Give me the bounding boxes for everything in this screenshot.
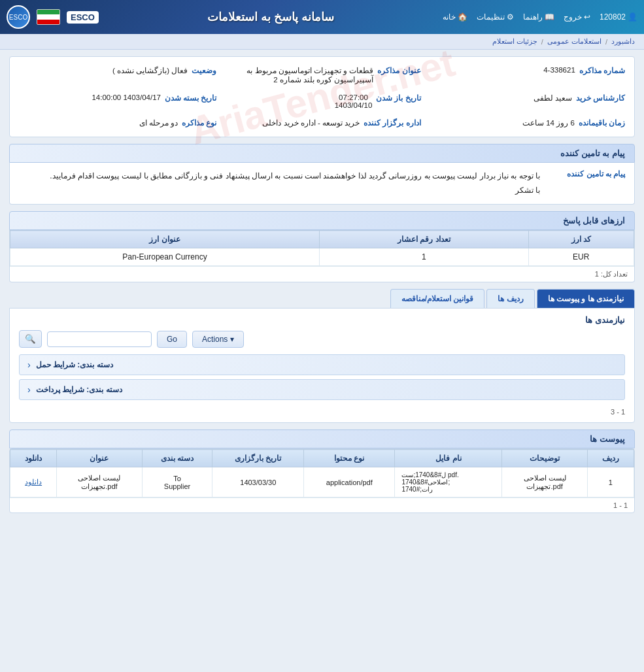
payment-chevron-icon: ‹	[27, 384, 31, 395]
exit-icon: ↩	[584, 12, 590, 22]
open-date-value: 07:27:00 1403/04/10	[335, 93, 373, 109]
message-inner: پیام به تامین کننده با توجه به نیاز بردا…	[10, 163, 634, 204]
settings-icon: ⚙	[507, 12, 514, 22]
chevron-down-icon: ▾	[230, 335, 234, 344]
settings-nav[interactable]: ⚙ تنظیمات	[477, 12, 514, 22]
currency-code: EUR	[528, 248, 634, 266]
breadcrumb-sep-2: /	[541, 38, 543, 46]
currencies-section-wrap: ارزهای قابل پاسخ کد ارز تعداد رقم اعشار …	[9, 211, 635, 282]
col-filename: نام فایل	[395, 450, 502, 467]
go-button[interactable]: Go	[157, 331, 187, 348]
company-logo: ESCO	[67, 11, 99, 24]
currencies-total: تعداد کل: 1	[10, 266, 634, 282]
attachments-total: 1 - 1	[10, 497, 634, 512]
attachments-section-title: پیوست ها	[9, 429, 635, 448]
negotiation-type-row: نوع مذاکره دو مرحله ای	[19, 116, 216, 130]
negotiation-title-value: قطعات و تجهیزات اتوماسیون مربوط به آسپیر…	[223, 66, 373, 84]
payment-conditions-group[interactable]: دسته بندی: شرایط پرداخت ‹	[19, 379, 625, 400]
close-date-row: تاریخ بسته شدن 1403/04/17 14:00:00	[19, 91, 216, 112]
status-label: وضعیت	[192, 66, 216, 75]
negotiation-number-label: شماره مذاکره	[579, 66, 625, 75]
breadcrumb-item-dashboard[interactable]: داشبورد	[611, 37, 635, 46]
negotiation-title-label: عنوان مذاکره	[377, 66, 420, 75]
info-grid: شماره مذاکره 4-338621 عنوان مذاکره قطعات…	[19, 63, 625, 130]
attachment-category: ToSupplier	[142, 467, 212, 497]
needs-section: نیازمندی ها ▾ Actions Go 🔍 دسته بندی: شر…	[9, 308, 635, 423]
user-info: 👤 120802	[600, 12, 637, 22]
organizer-row: اداره برگزار کننده خرید توسعه - اداره خر…	[223, 116, 420, 130]
currencies-table: کد ارز تعداد رقم اعشار عنوان ارز EUR 1 P…	[10, 230, 634, 266]
time-remaining-value: 6 روز 14 ساعت	[522, 118, 575, 127]
header-navigation: 👤 120802 ↩ خروج 📖 راهنما ⚙ تنظیمات 🏠 خان…	[443, 12, 637, 22]
download-link[interactable]: دانلود	[25, 478, 42, 486]
header: 👤 120802 ↩ خروج 📖 راهنما ⚙ تنظیمات 🏠 خان…	[0, 0, 644, 34]
attachment-content-type: application/pdf	[304, 467, 395, 497]
currency-title: Pan-European Currency	[10, 248, 320, 266]
needs-toolbar: ▾ Actions Go 🔍	[19, 330, 625, 348]
shipping-chevron-icon: ‹	[27, 360, 31, 370]
actions-button[interactable]: ▾ Actions	[192, 331, 244, 348]
tab-rows[interactable]: ردیف ها	[486, 289, 534, 308]
search-button[interactable]: 🔍	[19, 330, 42, 348]
search-icon: 🔍	[25, 334, 36, 344]
breadcrumb-item-details[interactable]: جزئیات استعلام	[492, 37, 537, 46]
negotiation-title-row: عنوان مذاکره قطعات و تجهیزات اتوماسیون م…	[223, 63, 420, 87]
negotiation-number-row: شماره مذاکره 4-338621	[428, 63, 625, 87]
time-remaining-label: زمان باقیمانده	[579, 118, 625, 127]
currency-decimals: 1	[319, 248, 528, 266]
tab-needs-attachments[interactable]: نیازمندی ها و پیوست ها	[537, 289, 635, 308]
close-date-value: 1403/04/17 14:00:00	[92, 93, 161, 101]
needs-pagination: 1 - 3	[19, 404, 625, 416]
attachment-description: لیست اصلاحیpdf.تجهیزات	[502, 467, 587, 497]
flag-icon	[37, 9, 60, 25]
message-label: پیام به تامین کننده	[547, 169, 625, 197]
col-upload-date: تاریخ بارگزاری	[212, 450, 304, 467]
shipping-conditions-group[interactable]: دسته بندی: شرایط حمل ‹	[19, 354, 625, 375]
header-brand: سامانه پاسخ به استعلامات	[207, 10, 334, 24]
currencies-section-title: ارزهای قابل پاسخ	[9, 211, 635, 230]
close-date-label: تاریخ بسته شدن	[165, 93, 216, 103]
open-date-label: تاریخ باز شدن	[376, 93, 420, 103]
breadcrumb-item-inquiries[interactable]: استعلامات عمومی	[547, 37, 602, 46]
company-emblem: ESCO	[7, 5, 30, 29]
attachments-section-wrap: پیوست ها ردیف توضیحات نام فایل نوع محتوا…	[9, 429, 635, 513]
purchase-expert-value: سعید لطفی	[534, 93, 572, 103]
user-icon: 👤	[628, 12, 637, 22]
tabs-row: نیازمندی ها و پیوست ها ردیف ها قوانین اس…	[9, 289, 635, 308]
message-card: پیام به تامین کننده با توجه به نیاز بردا…	[9, 163, 635, 205]
breadcrumb: داشبورد / استعلامات عمومی / جزئیات استعل…	[0, 34, 644, 50]
attachments-table-header: ردیف توضیحات نام فایل نوع محتوا تاریخ با…	[10, 450, 634, 467]
negotiation-type-label: نوع مذاکره	[182, 118, 216, 127]
col-download: دانلود	[10, 450, 57, 467]
negotiation-info-card: AriaTender.net شماره مذاکره 4-338621 عنو…	[9, 56, 635, 137]
col-row-num: ردیف	[587, 450, 634, 467]
currencies-table-card: کد ارز تعداد رقم اعشار عنوان ارز EUR 1 P…	[9, 230, 635, 282]
col-category: دسته بندی	[142, 450, 212, 467]
col-currency-title: عنوان ارز	[10, 231, 320, 248]
shipping-conditions-label: دسته بندی: شرایط حمل	[36, 360, 113, 369]
message-text: با توجه به نیاز بردار لیست پیوست به روزر…	[50, 169, 540, 197]
exit-nav[interactable]: ↩ خروج	[564, 12, 590, 22]
table-row: 1 لیست اصلاحیpdf.تجهیزات ل#8&1740;ست pdf…	[10, 467, 634, 497]
col-content-type: نوع محتوا	[304, 450, 395, 467]
attachments-table: ردیف توضیحات نام فایل نوع محتوا تاریخ با…	[10, 449, 634, 497]
message-section-wrap: پیام به تامین کننده پیام به تامین کننده …	[9, 144, 635, 205]
negotiation-number-value: 4-338621	[543, 66, 575, 74]
table-row: EUR 1 Pan-European Currency	[10, 248, 634, 266]
col-currency-code: کد ارز	[528, 231, 634, 248]
col-title: عنوان	[57, 450, 142, 467]
message-section-title: پیام به تامین کننده	[9, 144, 635, 163]
purchase-expert-row: کارشناس خرید سعید لطفی	[428, 91, 625, 112]
attachment-filename: ل#8&1740;ست pdf.اصلاحی#8&1740;1740#;رات	[395, 467, 502, 497]
attachments-card: ردیف توضیحات نام فایل نوع محتوا تاریخ با…	[9, 448, 635, 513]
guide-nav[interactable]: 📖 راهنما	[523, 12, 554, 22]
col-description: توضیحات	[502, 450, 587, 467]
home-icon: 🏠	[458, 12, 467, 22]
search-input[interactable]	[47, 331, 152, 347]
payment-conditions-label: دسته بندی: شرایط پرداخت	[36, 385, 122, 394]
main-content: AriaTender.net شماره مذاکره 4-338621 عنو…	[0, 50, 644, 526]
tab-rules[interactable]: قوانین استعلام/مناقصه	[390, 289, 485, 308]
actions-label: Actions	[202, 335, 228, 344]
col-decimal-count: تعداد رقم اعشار	[319, 231, 528, 248]
home-nav[interactable]: 🏠 خانه	[443, 12, 467, 22]
